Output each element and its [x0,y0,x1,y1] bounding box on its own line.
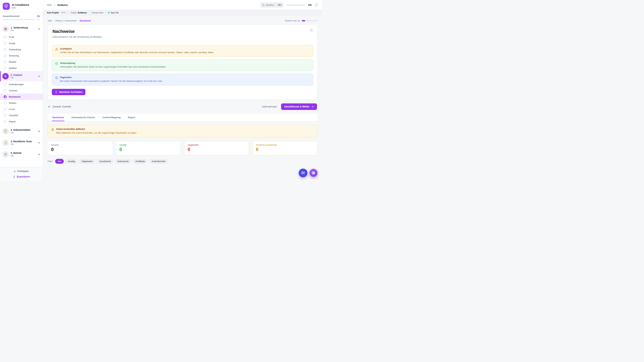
sidebar-item-label: Scope [9,42,15,44]
filter-pill-alle[interactable]: Alle [55,159,64,164]
sidebar-section-3-dokumentation[interactable]: 3. Dokumentation0% [0,126,43,136]
topbar-progress-value: 0% [308,4,312,6]
info-icon [55,76,58,83]
tab-control-mapping[interactable]: Control-Mapping [102,114,121,121]
step-status-circle [4,89,6,92]
card-help-icon[interactable]: ? [310,28,313,32]
breadcrumb-current-step: Nachweise [80,19,91,22]
columns-fab-button[interactable] [309,169,318,177]
help-icon[interactable]: ? [314,3,318,7]
overall-progress-label: Gesamtfortschritt [3,15,19,17]
sidebar-section-2-analyse[interactable]: 2. Analyse0% [0,71,43,81]
sync-label: Sync OK [111,11,118,14]
breadcrumb-root[interactable]: SDK [47,4,52,6]
statusbar: Kein Projekt V001 Zuletzt: Evidence Gera… [43,10,322,15]
breadcrumb-phase[interactable]: Phase 1: Assessment [55,19,76,22]
note-pagination: PaginationBei vielen Nachweisen wird aut… [52,74,313,85]
stats-row: Gesamt0Gueltig0Abgelaufen0Pruefung ausst… [48,141,317,155]
search-input[interactable]: Suchen... ⌘K [260,2,284,7]
step-label: Schritt 3 von 14 [285,19,300,22]
overall-progress: Gesamtfortschritt 0% [0,12,43,23]
note-title: Gueltigkeit [60,47,214,50]
filter-pill-abgelaufen[interactable]: Abgelaufen [79,159,95,164]
sidebar-section-1-vorbereitung[interactable]: 1. Vorbereitung0% [0,24,43,34]
back-link-label: Zurueck: Controls [52,105,71,108]
sidebar-item-controls[interactable]: Controls [0,87,43,94]
upload-evidence-button[interactable]: Nachweis hochladen [52,89,85,95]
sidebar-item-label: Anwendung [9,48,21,51]
sidebar-item-report[interactable]: Report [0,118,43,125]
step-status-circle [4,67,6,69]
topbar-breadcrumb: SDK Evidence [47,4,68,6]
section-title: 3. Dokumentation [11,129,30,131]
version-badge: V001 [61,11,66,14]
chevron-down-icon [38,130,40,133]
back-link[interactable]: Zurueck: Controls [48,105,71,108]
main-content: SDK / Phase 1: Assessment / Nachweise Sc… [43,15,322,181]
page-breadcrumb: SDK / Phase 1: Assessment / Nachweise [48,19,91,22]
chevron-up-icon [38,28,40,30]
filter-label: Filter: [48,160,53,163]
sidebar-section-5-betrieb[interactable]: 5. Betrieb0% [0,149,43,159]
sidebar-item-risiken[interactable]: Risiken [0,100,43,106]
skip-button[interactable]: Ueberspringen [262,105,277,108]
info-notes: GueltigkeitAchten Sie auf das Ablaufdatu… [48,42,317,85]
sidebar-item-module[interactable]: Module [0,59,43,65]
export-label: Exportieren [17,175,30,178]
sidebar-section-4-rechtliche-texte[interactable]: 4. Rechtliche Texte0% [0,138,43,148]
sidebar-item-anwendung[interactable]: Anwendung [0,46,43,53]
memo-icon [2,140,9,146]
sidebar-item-profil[interactable]: Profil [0,34,43,40]
warning-text: Bitte definieren Sie zuerst Kontrollen, … [56,132,137,134]
upload-icon [55,91,58,93]
last-label: Zuletzt: [71,11,77,14]
collapse-sidebar-button[interactable]: « Einklappen [2,170,40,173]
tab-nachweise[interactable]: Nachweise [52,114,64,121]
chat-fab-button[interactable] [299,169,308,177]
note-text: Verknuepfen Sie Nachweise direkt mit den… [60,65,166,68]
divider [0,148,43,149]
section-progress: 0% [11,143,32,145]
section-progress: 0% [11,132,30,134]
section-progress: 0% [11,155,22,157]
chevron-right-icon [54,4,56,6]
sidebar-item-label: Screening [9,54,19,57]
topbar: SDK Evidence Suchen... ⌘K 0% ? [43,0,322,10]
divider [0,137,43,137]
export-button[interactable]: Exportieren [2,175,40,178]
step-status-circle [4,120,6,123]
sidebar-item-anforderungen[interactable]: Anforderungen [0,81,43,87]
filter-pill-zertifikate[interactable]: Zertifikate [133,159,148,164]
filter-pill-audit-berichte[interactable]: Audit-Berichte [149,159,168,164]
sidebar-item-ai-act[interactable]: AI Act [0,106,43,112]
sidebar-item-checklist[interactable]: Checklist [0,112,43,118]
sync-status: Sync OK [108,11,118,14]
sidebar-item-label: Profil [9,36,14,38]
sidebar-item-scope[interactable]: Scope [0,40,43,46]
step-progress-track [302,20,317,21]
search-icon [262,4,265,6]
overall-progress-track [3,19,40,20]
clipboard-icon [2,128,9,134]
upload-button-label: Nachweis hochladen [59,91,82,93]
app-title: AI Compliance [12,3,29,6]
chevron-down-icon [38,153,40,156]
warning-icon [51,128,54,134]
filter-pill-ausstehend[interactable]: Ausstehend [97,159,113,164]
sidebar-item-screening[interactable]: Screening [0,53,43,59]
app-subtitle: SDK [12,7,29,9]
last-value: Evidence [78,11,87,14]
tab-report[interactable]: Report [128,114,136,121]
filter-pill-gueltig[interactable]: Gueltig [66,159,77,164]
tab-automatische-checks[interactable]: Automatische Checks [71,114,96,121]
filter-pill-dokumente[interactable]: Dokumente [115,159,131,164]
sidebar-item-nachweise[interactable]: Nachweise [0,94,43,100]
step-status-circle [4,54,6,57]
sidebar-item-quellen[interactable]: Quellen [0,65,43,71]
check-circle-icon [55,62,58,68]
complete-next-button[interactable]: Abschliessen & Weiter [281,103,317,110]
app-logo [3,3,10,10]
step-status-circle [4,102,6,104]
sidebar-item-label: Checklist [9,114,18,117]
breadcrumb-sdk[interactable]: SDK [48,19,52,22]
